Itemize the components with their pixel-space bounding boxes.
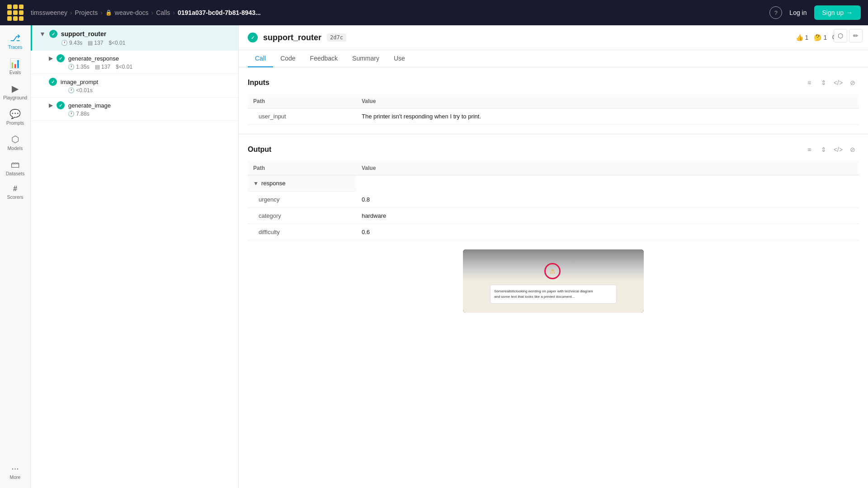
image-preview-section: ⚠ Somerealisticlooking wording on paper … (239, 249, 868, 322)
response-group-label: response (261, 180, 285, 187)
output-hide-icon[interactable]: ⊘ (846, 143, 859, 156)
category-value: hardware (356, 208, 859, 224)
warning-triangle-icon: ⚠ (550, 267, 556, 275)
breadcrumb-sep-2: › (100, 9, 103, 16)
output-value-header: Value (356, 161, 859, 175)
image-prompt-meta: 🕐 <0.01s (49, 87, 233, 94)
sidebar-item-scorers[interactable]: # Scorers (0, 181, 30, 204)
output-table: Path Value ▼ response urgency 0.8 (248, 161, 859, 240)
inputs-code-icon[interactable]: </> (832, 76, 844, 89)
sidebar-item-traces[interactable]: ⎇ Traces (0, 29, 30, 54)
share-icon[interactable]: ⬡ (834, 29, 847, 42)
tab-use[interactable]: Use (387, 50, 412, 67)
tree-child-image-prompt[interactable]: image_prompt 🕐 <0.01s (31, 74, 238, 98)
tree-child-generate-image[interactable]: ▶ generate_image 🕐 7.88s (31, 98, 238, 121)
tree-child-generate-response[interactable]: ▶ generate_response 🕐 1.35s ▤ 137 $<0.01 (31, 51, 238, 74)
help-button[interactable]: ? (769, 6, 782, 19)
reaction-thinking[interactable]: 🤔 1 (814, 34, 827, 41)
playground-label: Playground (3, 95, 27, 100)
breadcrumb-project[interactable]: weave-docs (115, 9, 149, 16)
urgency-value: 0.8 (356, 192, 859, 208)
generate-image-name: generate_image (68, 102, 111, 109)
breadcrumb-user[interactable]: timssweeney (31, 9, 67, 16)
sidebar: ⎇ Traces 📊 Evals ▶ Playground 💬 Prompts … (0, 25, 31, 488)
datasets-icon: 🗃 (11, 160, 20, 169)
more-label: More (10, 474, 21, 480)
root-cost: $<0.01 (108, 40, 125, 46)
login-button[interactable]: Log in (789, 9, 807, 16)
gen-resp-tokens: ▤ 137 (95, 64, 110, 70)
table-row: category hardware (248, 208, 859, 224)
sidebar-item-models[interactable]: ⬡ Models (0, 130, 30, 155)
topbar: timssweeney › Projects › 🔒 weave-docs › … (0, 0, 868, 25)
edit-icon[interactable]: ✏ (849, 29, 863, 42)
gen-resp-cost: $<0.01 (116, 64, 132, 70)
sidebar-item-more[interactable]: ··· More (0, 459, 30, 484)
clock-icon-4: 🕐 (68, 111, 75, 117)
tokens-icon-2: ▤ (95, 64, 100, 70)
inputs-expand-icon[interactable]: ⇕ (817, 76, 830, 89)
inputs-hide-icon[interactable]: ⊘ (846, 76, 859, 89)
reaction-thumbsup[interactable]: 👍 1 (796, 34, 809, 41)
models-icon: ⬡ (11, 135, 19, 144)
table-row: difficulty 0.6 (248, 224, 859, 240)
breadcrumb-sep-4: › (173, 9, 175, 16)
expand-generate-image-button[interactable]: ▶ (49, 102, 53, 108)
category-path: category (248, 208, 356, 224)
playground-icon: ▶ (12, 84, 19, 93)
breadcrumb: timssweeney › Projects › 🔒 weave-docs › … (31, 9, 261, 16)
tab-call[interactable]: Call (248, 50, 273, 67)
output-group-row: ▼ response (248, 175, 859, 192)
models-label: Models (8, 145, 23, 151)
table-row: urgency 0.8 (248, 192, 859, 208)
breadcrumb-projects[interactable]: Projects (75, 9, 98, 16)
sidebar-item-datasets[interactable]: 🗃 Datasets (0, 155, 30, 181)
inputs-header: Inputs ≡ ⇕ </> ⊘ (248, 76, 859, 89)
tab-summary[interactable]: Summary (345, 50, 387, 67)
sidebar-item-playground[interactable]: ▶ Playground (0, 80, 30, 105)
image-preview: ⚠ Somerealisticlooking wording on paper … (463, 249, 644, 313)
thumbsup-emoji: 👍 (796, 34, 803, 41)
urgency-path: urgency (248, 192, 356, 208)
tree-children: ▶ generate_response 🕐 1.35s ▤ 137 $<0.01 (31, 51, 238, 121)
sidebar-item-prompts[interactable]: 💬 Prompts (0, 105, 30, 130)
detail-panel: support_router 2d7c 👍 1 🤔 1 💬 1 ··· (239, 25, 868, 488)
output-expand-icon[interactable]: ⇕ (817, 143, 830, 156)
generate-image-status (57, 101, 65, 109)
output-title: Output (248, 145, 271, 154)
difficulty-path: difficulty (248, 224, 356, 240)
root-name: support_router (61, 30, 106, 38)
detail-header: support_router 2d7c 👍 1 🤔 1 💬 1 ··· (239, 25, 868, 50)
datasets-label: Datasets (6, 171, 24, 176)
inputs-list-view-icon[interactable]: ≡ (803, 76, 816, 89)
main-layout: ⎇ Traces 📊 Evals ▶ Playground 💬 Prompts … (0, 25, 868, 488)
signup-button[interactable]: Sign up → (814, 5, 861, 20)
tab-code[interactable]: Code (273, 50, 302, 67)
breadcrumb-calls[interactable]: Calls (156, 9, 170, 16)
generate-response-meta: 🕐 1.35s ▤ 137 $<0.01 (49, 64, 233, 70)
thumbsup-count: 1 (805, 34, 809, 41)
image-preview-inner: ⚠ Somerealisticlooking wording on paper … (463, 249, 644, 313)
clock-icon: 🕐 (61, 40, 68, 46)
output-code-icon[interactable]: </> (832, 143, 844, 156)
detail-badge: 2d7c (327, 33, 346, 42)
sidebar-item-evals[interactable]: 📊 Evals (0, 54, 30, 80)
output-header: Output ≡ ⇕ </> ⊘ (248, 143, 859, 156)
expand-generate-response-button[interactable]: ▶ (49, 55, 53, 61)
img-prompt-time: 🕐 <0.01s (68, 87, 93, 94)
breadcrumb-sep-3: › (151, 9, 154, 16)
collapse-response-button[interactable]: ▼ (253, 180, 259, 187)
image-overlay-text: Somerealisticlooking wording on paper wi… (490, 285, 617, 304)
collapse-root-button[interactable]: ▼ (39, 30, 46, 38)
detail-tabs: Call Code Feedback Summary Use (239, 50, 868, 67)
difficulty-value: 0.6 (356, 224, 859, 240)
traces-icon: ⎇ (10, 33, 20, 42)
inputs-table: Path Value user_input The printer isn't … (248, 94, 859, 125)
scorers-icon: # (13, 185, 17, 192)
root-tokens: ▤ 137 (88, 40, 103, 46)
tree-root-node[interactable]: ▼ support_router 🕐 9.43s ▤ 137 $<0.01 (31, 25, 238, 51)
output-list-view-icon[interactable]: ≡ (803, 143, 816, 156)
output-section: Output ≡ ⇕ </> ⊘ Path Value (239, 134, 868, 249)
tab-feedback[interactable]: Feedback (303, 50, 345, 67)
inputs-section: Inputs ≡ ⇕ </> ⊘ Path Value user (239, 67, 868, 134)
